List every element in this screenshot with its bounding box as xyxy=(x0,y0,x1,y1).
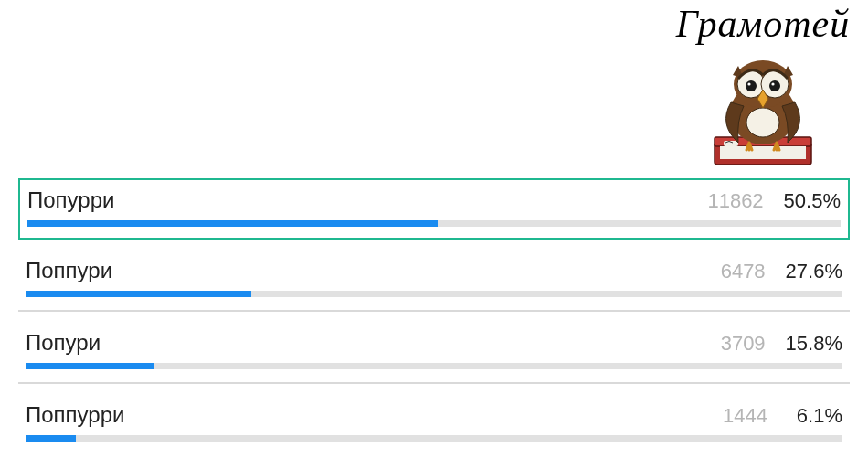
svg-point-11 xyxy=(747,82,750,85)
option-label: Поппури xyxy=(26,258,112,283)
poll-option[interactable]: Попури 3709 15.8% xyxy=(18,321,850,384)
svg-point-9 xyxy=(746,80,757,91)
brand-title: Грамотей xyxy=(667,2,859,46)
poll-option[interactable]: Поппури 6478 27.6% xyxy=(18,249,850,312)
progress-fill xyxy=(27,220,438,227)
owl-on-book-icon xyxy=(667,44,859,172)
option-percent: 50.5% xyxy=(784,189,841,213)
svg-rect-2 xyxy=(720,146,806,159)
option-percent: 6.1% xyxy=(788,404,842,428)
progress-fill xyxy=(26,363,154,369)
progress-fill xyxy=(26,435,76,442)
option-count: 3709 xyxy=(709,332,766,356)
progress-track xyxy=(26,435,842,442)
option-label: Поппурри xyxy=(26,402,124,428)
option-count: 11862 xyxy=(707,189,764,213)
option-count: 1444 xyxy=(711,404,767,428)
option-label: Попури xyxy=(26,330,101,356)
option-percent: 27.6% xyxy=(786,260,842,283)
poll-results: Попурри 11862 50.5% Поппури 6478 27.6% П… xyxy=(18,178,850,454)
poll-option[interactable]: Попурри 11862 50.5% xyxy=(18,178,850,240)
progress-track xyxy=(27,220,841,227)
progress-track xyxy=(26,291,842,297)
option-label: Попурри xyxy=(27,187,114,213)
svg-point-12 xyxy=(771,82,774,85)
progress-fill xyxy=(26,291,251,297)
progress-track xyxy=(26,363,842,369)
option-count: 6478 xyxy=(709,260,766,283)
brand-header: Грамотей xyxy=(667,2,859,172)
poll-option[interactable]: Поппурри 1444 6.1% xyxy=(18,393,850,454)
svg-point-10 xyxy=(769,80,780,91)
svg-point-5 xyxy=(746,108,779,137)
option-percent: 15.8% xyxy=(786,332,842,356)
